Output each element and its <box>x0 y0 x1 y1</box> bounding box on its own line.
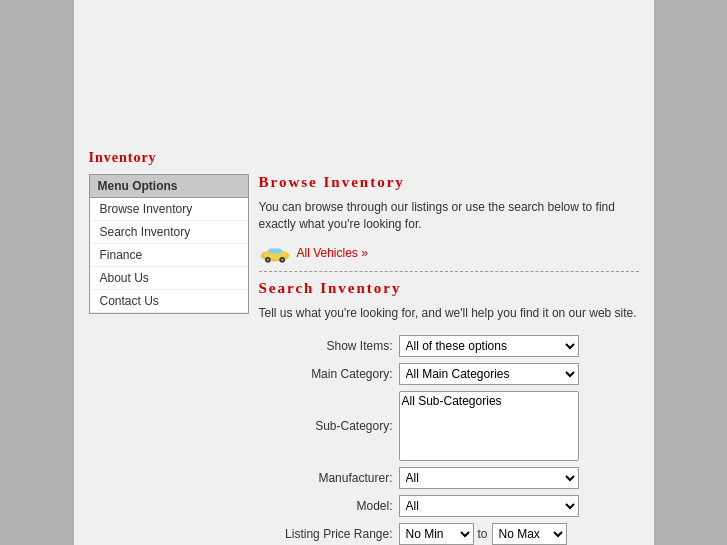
model-row: Model: All <box>259 495 639 517</box>
content-area: Inventory Menu Options Browse Inventory … <box>74 0 654 545</box>
model-label: Model: <box>259 499 399 513</box>
sub-category-option-all: All Sub-Categories <box>402 394 576 408</box>
price-range-row: Listing Price Range: No Min to No Max <box>259 523 639 545</box>
sidebar-item-browse-inventory[interactable]: Browse Inventory <box>90 198 248 221</box>
main-content: Browse Inventory You can browse through … <box>259 174 639 545</box>
svg-point-7 <box>281 258 283 260</box>
price-range-inputs: No Min to No Max <box>399 523 567 545</box>
price-to-label: to <box>478 527 488 541</box>
section-divider <box>259 271 639 272</box>
show-items-label: Show Items: <box>259 339 399 353</box>
svg-rect-3 <box>268 248 281 253</box>
all-vehicles-row: All Vehicles » <box>259 243 639 263</box>
main-category-label: Main Category: <box>259 367 399 381</box>
browse-section-title: Browse Inventory <box>259 174 639 191</box>
show-items-select[interactable]: All of these options Any of these option… <box>399 335 579 357</box>
sidebar-item-contact-us[interactable]: Contact Us <box>90 290 248 313</box>
sidebar-item-about-us[interactable]: About Us <box>90 267 248 290</box>
sidebar-item-finance[interactable]: Finance <box>90 244 248 267</box>
model-select[interactable]: All <box>399 495 579 517</box>
svg-point-5 <box>266 258 268 260</box>
manufacturer-label: Manufacturer: <box>259 471 399 485</box>
show-items-row: Show Items: All of these options Any of … <box>259 335 639 357</box>
main-category-select[interactable]: All Main Categories <box>399 363 579 385</box>
main-layout: Menu Options Browse Inventory Search Inv… <box>89 174 639 545</box>
sidebar: Menu Options Browse Inventory Search Inv… <box>89 174 249 545</box>
price-range-label: Listing Price Range: <box>259 527 399 541</box>
sidebar-menu: Browse Inventory Search Inventory Financ… <box>89 198 249 314</box>
browse-description: You can browse through our listings or u… <box>259 199 639 233</box>
sub-category-row: Sub-Category: All Sub-Categories <box>259 391 639 461</box>
search-description: Tell us what you're looking for, and we'… <box>259 305 639 322</box>
sub-category-label: Sub-Category: <box>259 419 399 433</box>
sidebar-item-search-inventory[interactable]: Search Inventory <box>90 221 248 244</box>
sub-category-select[interactable]: All Sub-Categories <box>399 391 579 461</box>
sidebar-header: Menu Options <box>89 174 249 198</box>
all-vehicles-link[interactable]: All Vehicles » <box>297 246 368 260</box>
page-wrapper: Inventory Menu Options Browse Inventory … <box>0 0 727 545</box>
car-icon <box>259 243 291 263</box>
search-section-title: Search Inventory <box>259 280 639 297</box>
manufacturer-row: Manufacturer: All <box>259 467 639 489</box>
price-min-select[interactable]: No Min <box>399 523 474 545</box>
price-max-select[interactable]: No Max <box>492 523 567 545</box>
page-title: Inventory <box>89 150 639 166</box>
main-category-row: Main Category: All Main Categories <box>259 363 639 385</box>
manufacturer-select[interactable]: All <box>399 467 579 489</box>
